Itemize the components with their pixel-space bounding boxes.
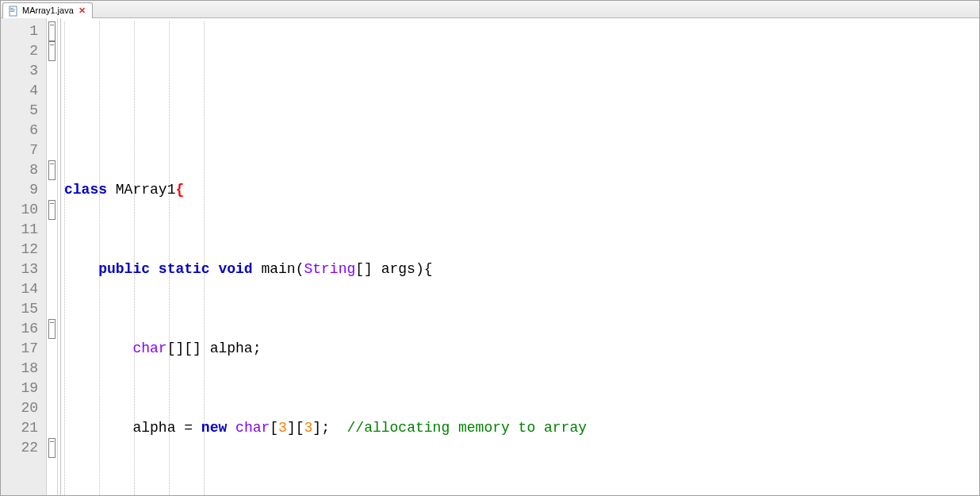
line-number: 17 (1, 339, 46, 359)
fold-cell (47, 101, 57, 121)
fold-cell (47, 180, 57, 200)
code-line[interactable]: class MArray1{ (64, 180, 979, 200)
line-number: 4 (1, 81, 46, 101)
code-line[interactable]: public static void main(String[] args){ (64, 260, 979, 279)
svg-rect-2 (10, 10, 15, 10)
fold-cell (47, 359, 57, 379)
line-number: 5 (1, 101, 46, 121)
fold-cell (47, 299, 57, 319)
fold-toggle-icon[interactable] (48, 41, 56, 61)
fold-cell (47, 81, 57, 101)
fold-cell (47, 260, 57, 279)
fold-cell[interactable] (47, 21, 57, 41)
fold-cell (47, 379, 57, 398)
line-number: 9 (1, 180, 46, 200)
file-tab[interactable]: MArray1.java ✕ (2, 2, 93, 18)
fold-cell (47, 279, 57, 299)
line-number: 10 (1, 200, 46, 220)
code-editor[interactable]: 12345678910111213141516171819202122 clas… (1, 18, 979, 495)
line-number: 8 (1, 160, 46, 180)
fold-cell (47, 121, 57, 140)
line-number: 21 (1, 418, 46, 438)
fold-cell (47, 398, 57, 418)
line-number: 16 (1, 319, 46, 339)
svg-rect-3 (10, 11, 14, 12)
line-number: 6 (1, 121, 46, 140)
line-number-gutter: 12345678910111213141516171819202122 (1, 18, 47, 495)
fold-toggle-icon[interactable] (48, 21, 56, 41)
fold-cell (47, 240, 57, 260)
fold-toggle-icon[interactable] (48, 319, 56, 339)
fold-cell (47, 220, 57, 240)
code-area[interactable]: class MArray1{ public static void main(S… (61, 18, 979, 495)
code-line[interactable]: char[][] alpha; (64, 339, 979, 359)
fold-cell[interactable] (47, 438, 57, 458)
line-number: 2 (1, 41, 46, 61)
line-number: 11 (1, 220, 46, 240)
editor-window: MArray1.java ✕ 1234567891011121314151617… (0, 0, 980, 496)
line-number: 13 (1, 260, 46, 279)
fold-cell[interactable] (47, 160, 57, 180)
fold-cell[interactable] (47, 200, 57, 220)
line-number: 18 (1, 359, 46, 379)
line-number: 7 (1, 140, 46, 160)
line-number: 1 (1, 21, 46, 41)
line-number: 14 (1, 279, 46, 299)
code-line[interactable]: alpha = new char[3][3]; //allocating mem… (64, 418, 979, 438)
fold-toggle-icon[interactable] (48, 438, 56, 458)
close-icon[interactable]: ✕ (77, 6, 87, 15)
fold-cell (47, 140, 57, 160)
line-number: 20 (1, 398, 46, 418)
java-file-icon (8, 6, 19, 17)
fold-toggle-icon[interactable] (48, 200, 56, 220)
line-number: 22 (1, 438, 46, 458)
svg-rect-1 (10, 8, 13, 9)
fold-cell[interactable] (47, 41, 57, 61)
line-number: 12 (1, 240, 46, 260)
fold-cell (47, 418, 57, 438)
line-number: 15 (1, 299, 46, 319)
line-number: 3 (1, 61, 46, 81)
fold-cell (47, 61, 57, 81)
fold-cell[interactable] (47, 319, 57, 339)
fold-toggle-icon[interactable] (48, 160, 56, 180)
fold-column (47, 18, 58, 495)
line-number: 19 (1, 379, 46, 398)
tab-bar: MArray1.java ✕ (1, 1, 979, 18)
fold-cell (47, 339, 57, 359)
